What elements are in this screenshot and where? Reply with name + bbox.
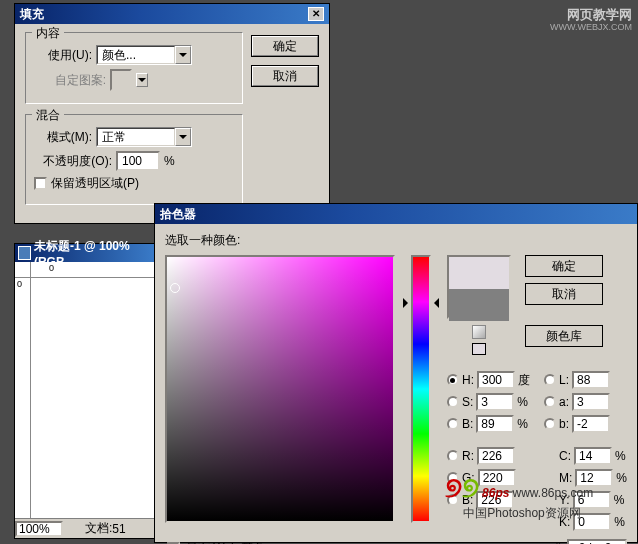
mode-label: 模式(M):: [34, 129, 92, 146]
l-radio[interactable]: [544, 374, 556, 386]
mode-value: 正常: [97, 128, 175, 146]
ok-button[interactable]: 确定: [251, 35, 319, 57]
lab-b-input[interactable]: -2: [572, 415, 610, 433]
bb-radio[interactable]: [447, 494, 459, 506]
cp-cancel-button[interactable]: 取消: [525, 283, 603, 305]
a-input[interactable]: 3: [572, 393, 610, 411]
use-dropdown[interactable]: 颜色...: [96, 45, 192, 65]
bb-input[interactable]: 226: [476, 491, 514, 509]
opacity-unit: %: [164, 154, 175, 168]
use-value: 颜色...: [97, 46, 175, 64]
websafe-swatch[interactable]: [472, 343, 486, 355]
content-legend: 内容: [32, 25, 64, 42]
color-preview: [447, 255, 511, 319]
color-picker-dialog: 拾色器 选取一种颜色:: [154, 203, 638, 543]
canvas[interactable]: [31, 278, 155, 518]
color-field[interactable]: [165, 255, 395, 523]
lab-b-radio[interactable]: [544, 418, 556, 430]
s-input[interactable]: 3: [476, 393, 514, 411]
h-input[interactable]: 300: [477, 371, 515, 389]
custom-pattern-label: 自定图案:: [34, 72, 106, 89]
doc-status-label: 文档:: [85, 520, 112, 537]
opacity-label: 不透明度(O):: [34, 153, 112, 170]
c-input[interactable]: 14: [574, 447, 612, 465]
mode-dropdown[interactable]: 正常: [96, 127, 192, 147]
ruler-left: 0: [15, 278, 31, 518]
preserve-trans-label: 保留透明区域(P): [51, 175, 139, 192]
chevron-down-icon[interactable]: [175, 128, 191, 146]
hue-slider[interactable]: [411, 255, 431, 523]
color-marker: [170, 283, 180, 293]
s-radio[interactable]: [447, 396, 459, 408]
cp-ok-button[interactable]: 确定: [525, 255, 603, 277]
cp-instruction: 选取一种颜色:: [165, 232, 627, 249]
b-input[interactable]: 89: [476, 415, 514, 433]
old-color[interactable]: [449, 289, 509, 321]
new-color: [449, 257, 509, 289]
doc-window: 未标题-1 @ 100% (RGB 0 0 100% 文档: 51: [14, 243, 156, 539]
r-radio[interactable]: [447, 450, 459, 462]
fill-title: 填充: [20, 6, 44, 23]
fill-titlebar: 填充 ✕: [15, 4, 329, 24]
g-input[interactable]: 220: [478, 469, 516, 487]
fill-dialog: 填充 ✕ 内容 使用(U): 颜色... 自定图案:: [14, 3, 330, 224]
g-radio[interactable]: [447, 472, 459, 484]
pattern-swatch: [110, 69, 132, 91]
hue-pointer-left-icon: [403, 298, 413, 308]
b-radio[interactable]: [447, 418, 459, 430]
color-library-button[interactable]: 颜色库: [525, 325, 603, 347]
l-input[interactable]: 88: [572, 371, 610, 389]
gamut-warning-icon[interactable]: [472, 325, 486, 339]
doc-status-value: 51: [112, 522, 125, 536]
a-radio[interactable]: [544, 396, 556, 408]
doc-statusbar: 100% 文档: 51: [15, 518, 155, 538]
web-only-label: 只有 Web 颜色: [186, 540, 265, 545]
h-radio[interactable]: [447, 374, 459, 386]
preserve-trans-checkbox[interactable]: [34, 177, 47, 190]
zoom-input[interactable]: 100%: [15, 521, 63, 537]
opacity-input[interactable]: 100: [116, 151, 160, 171]
ruler-top: 0: [47, 262, 155, 278]
cp-titlebar: 拾色器: [155, 204, 637, 224]
content-group: 内容 使用(U): 颜色... 自定图案:: [25, 32, 243, 104]
cancel-button[interactable]: 取消: [251, 65, 319, 87]
k-input[interactable]: 0: [573, 513, 611, 531]
blend-legend: 混合: [32, 107, 64, 124]
hex-input[interactable]: e2dce2: [567, 539, 627, 544]
y-input[interactable]: 6: [573, 491, 611, 509]
pattern-arrow-icon: [136, 73, 148, 87]
use-label: 使用(U):: [34, 47, 92, 64]
watermark-url: WWW.WEBJX.COM: [550, 22, 632, 32]
hue-pointer-right-icon: [429, 298, 439, 308]
close-icon[interactable]: ✕: [308, 7, 324, 21]
doc-icon: [18, 246, 31, 260]
doc-titlebar: 未标题-1 @ 100% (RGB: [15, 244, 155, 262]
cp-title: 拾色器: [160, 206, 196, 223]
r-input[interactable]: 226: [477, 447, 515, 465]
chevron-down-icon[interactable]: [175, 46, 191, 64]
m-input[interactable]: 12: [575, 469, 613, 487]
blend-group: 混合 模式(M): 正常 不透明度(O): 100 % 保留透明区域(P): [25, 114, 243, 205]
